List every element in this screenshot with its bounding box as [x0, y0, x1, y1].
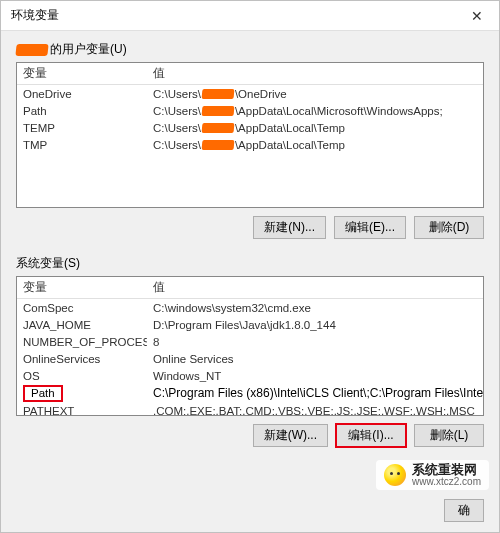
cell-value: D:\Program Files\Java\jdk1.8.0_144 — [147, 319, 483, 331]
cell-value: C:\windows\system32\cmd.exe — [147, 302, 483, 314]
cell-value: C:\Users\\AppData\Local\Microsoft\Window… — [147, 105, 483, 117]
sys-edit-button[interactable]: 编辑(I)... — [336, 424, 406, 447]
user-vars-list[interactable]: 变量 值 OneDriveC:\Users\\OneDrivePathC:\Us… — [16, 62, 484, 208]
sys-vars-section: 系统变量(S) 变量 值 ComSpecC:\windows\system32\… — [16, 255, 484, 455]
table-row[interactable]: OnlineServicesOnline Services — [17, 350, 483, 367]
titlebar: 环境变量 ✕ — [1, 1, 499, 31]
cell-variable: TMP — [17, 139, 147, 151]
cell-variable: Path — [17, 385, 147, 402]
close-icon: ✕ — [471, 8, 483, 24]
table-row[interactable]: JAVA_HOMED:\Program Files\Java\jdk1.8.0_… — [17, 316, 483, 333]
col-header-variable[interactable]: 变量 — [17, 279, 147, 296]
redaction-mark — [201, 140, 234, 150]
cell-variable: OS — [17, 370, 147, 382]
table-row[interactable]: PathC:\Program Files (x86)\Intel\iCLS Cl… — [17, 384, 483, 402]
window-title: 环境变量 — [11, 7, 59, 24]
content-area: 的用户变量(U) 变量 值 OneDriveC:\Users\\OneDrive… — [1, 31, 499, 455]
user-button-row: 新建(N)... 编辑(E)... 删除(D) — [16, 208, 484, 247]
cell-value: C:\Users\\AppData\Local\Temp — [147, 122, 483, 134]
cell-value: .COM;.EXE;.BAT;.CMD;.VBS;.VBE;.JS;.JSE;.… — [147, 405, 483, 417]
user-rows-container: OneDriveC:\Users\\OneDrivePathC:\Users\\… — [17, 85, 483, 153]
table-row[interactable]: ComSpecC:\windows\system32\cmd.exe — [17, 299, 483, 316]
sys-rows-container: ComSpecC:\windows\system32\cmd.exeJAVA_H… — [17, 299, 483, 416]
watermark-title: 系统重装网 — [412, 463, 481, 477]
cell-variable: OnlineServices — [17, 353, 147, 365]
cell-variable: PATHEXT — [17, 405, 147, 417]
cell-value: C:\Users\\AppData\Local\Temp — [147, 139, 483, 151]
user-new-button[interactable]: 新建(N)... — [253, 216, 326, 239]
cell-variable: TEMP — [17, 122, 147, 134]
cell-value: Windows_NT — [147, 370, 483, 382]
redaction-mark — [15, 44, 48, 56]
table-row[interactable]: OSWindows_NT — [17, 367, 483, 384]
col-header-value[interactable]: 值 — [147, 279, 483, 296]
table-row[interactable]: PATHEXT.COM;.EXE;.BAT;.CMD;.VBS;.VBE;.JS… — [17, 402, 483, 416]
redaction-mark — [201, 89, 234, 99]
cell-value: Online Services — [147, 353, 483, 365]
cell-value: C:\Users\\OneDrive — [147, 88, 483, 100]
cell-variable: ComSpec — [17, 302, 147, 314]
col-header-value[interactable]: 值 — [147, 65, 483, 82]
user-edit-button[interactable]: 编辑(E)... — [334, 216, 406, 239]
env-vars-dialog: 环境变量 ✕ 的用户变量(U) 变量 值 OneDriveC:\Users\\O… — [0, 0, 500, 533]
sys-new-button[interactable]: 新建(W)... — [253, 424, 328, 447]
close-button[interactable]: ✕ — [454, 1, 499, 31]
list-header: 变量 值 — [17, 63, 483, 85]
cell-variable: JAVA_HOME — [17, 319, 147, 331]
watermark-logo-icon — [384, 464, 406, 486]
cell-value: C:\Program Files (x86)\Intel\iCLS Client… — [147, 386, 483, 400]
watermark: 系统重装网 www.xtcz2.com — [376, 460, 489, 490]
user-vars-label: 的用户变量(U) — [16, 41, 484, 58]
sys-vars-list[interactable]: 变量 值 ComSpecC:\windows\system32\cmd.exeJ… — [16, 276, 484, 416]
cell-variable: NUMBER_OF_PROCESSORS — [17, 336, 147, 348]
sys-delete-button[interactable]: 删除(L) — [414, 424, 484, 447]
user-delete-button[interactable]: 删除(D) — [414, 216, 484, 239]
cell-value: 8 — [147, 336, 483, 348]
table-row[interactable]: TEMPC:\Users\\AppData\Local\Temp — [17, 119, 483, 136]
col-header-variable[interactable]: 变量 — [17, 65, 147, 82]
user-vars-section: 的用户变量(U) 变量 值 OneDriveC:\Users\\OneDrive… — [16, 41, 484, 247]
table-row[interactable]: NUMBER_OF_PROCESSORS8 — [17, 333, 483, 350]
table-row[interactable]: PathC:\Users\\AppData\Local\Microsoft\Wi… — [17, 102, 483, 119]
ok-button[interactable]: 确 — [444, 499, 484, 522]
watermark-url: www.xtcz2.com — [412, 477, 481, 488]
list-header: 变量 值 — [17, 277, 483, 299]
table-row[interactable]: OneDriveC:\Users\\OneDrive — [17, 85, 483, 102]
sys-button-row: 新建(W)... 编辑(I)... 删除(L) — [16, 416, 484, 455]
cell-variable: OneDrive — [17, 88, 147, 100]
cell-variable: Path — [17, 105, 147, 117]
table-row[interactable]: TMPC:\Users\\AppData\Local\Temp — [17, 136, 483, 153]
dialog-button-row: 确 — [1, 489, 499, 532]
sys-vars-label: 系统变量(S) — [16, 255, 484, 272]
redaction-mark — [201, 106, 234, 116]
redaction-mark — [201, 123, 234, 133]
